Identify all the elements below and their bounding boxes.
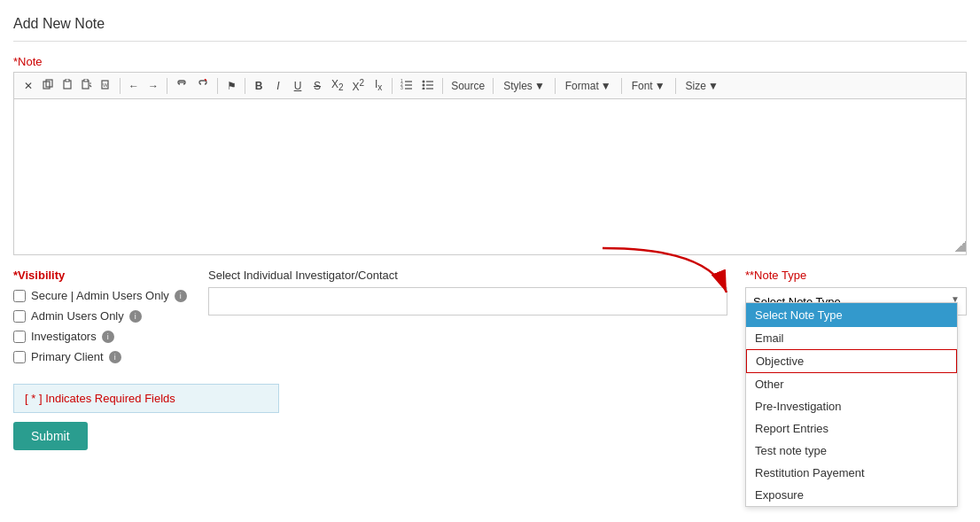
undo-button[interactable]: ← — [125, 78, 143, 94]
paste-text-button[interactable] — [78, 77, 96, 94]
size-dropdown[interactable]: Size ▼ — [681, 78, 724, 94]
remove-format-button[interactable]: Ix — [369, 76, 387, 94]
primary-client-label: Primary Client — [31, 350, 104, 363]
ordered-list-button[interactable]: 123 — [397, 77, 416, 94]
note-type-section: **Note Type Select Note Type Email Objec… — [745, 269, 967, 316]
admin-only-label: Admin Users Only — [31, 309, 124, 323]
underline-button[interactable]: U — [289, 78, 307, 94]
editor-toolbar: ✕ W ← → — [14, 73, 966, 99]
format-dropdown-arrow: ▼ — [601, 80, 611, 92]
secure-admin-label: Secure | Admin Users Only — [31, 289, 169, 302]
dropdown-item-test-note-type[interactable]: Test note type — [746, 440, 957, 462]
required-note: [ * ] Indicates Required Fields — [13, 384, 279, 413]
note-type-label: **Note Type — [745, 269, 967, 282]
cut-button[interactable]: ✕ — [19, 78, 37, 94]
link-button[interactable] — [172, 77, 191, 94]
copy-button[interactable] — [39, 77, 57, 94]
dropdown-item-pre-investigation[interactable]: Pre-Investigation — [746, 395, 957, 417]
admin-only-checkbox[interactable] — [13, 310, 26, 323]
form-row: *Visibility Secure | Admin Users Only i … — [13, 269, 967, 370]
dropdown-item-other[interactable]: Other — [746, 373, 957, 395]
page-title: Add New Note — [13, 9, 967, 42]
toolbar-sep-6 — [442, 78, 443, 94]
submit-button[interactable]: Submit — [13, 422, 88, 450]
font-dropdown[interactable]: Font ▼ — [626, 78, 671, 94]
admin-only-info-icon[interactable]: i — [129, 310, 142, 323]
toolbar-sep-1 — [120, 78, 121, 94]
investigators-label: Investigators — [31, 330, 97, 343]
subscript-button[interactable]: X2 — [328, 76, 347, 94]
flag-button[interactable]: ⚑ — [222, 78, 240, 94]
editor-body[interactable] — [14, 99, 966, 241]
investigators-row: Investigators i — [13, 330, 191, 343]
investigator-label: Select Individual Investigator/Contact — [208, 269, 727, 282]
paste-button[interactable] — [58, 77, 76, 94]
bold-button[interactable]: B — [250, 78, 268, 94]
primary-client-info-icon[interactable]: i — [109, 351, 121, 363]
dropdown-item-exposure[interactable]: Exposure — [746, 484, 957, 506]
svg-text:W: W — [103, 82, 108, 88]
styles-dropdown-arrow: ▼ — [534, 80, 545, 92]
editor-container: ✕ W ← → — [13, 72, 967, 255]
secure-admin-checkbox[interactable] — [13, 290, 26, 302]
toolbar-sep-8 — [555, 78, 556, 94]
svg-point-23 — [423, 88, 425, 90]
dropdown-item-restitution-payment[interactable]: Restitution Payement — [746, 462, 957, 484]
resize-handle[interactable] — [955, 241, 966, 252]
superscript-button[interactable]: X2 — [349, 76, 369, 95]
dropdown-list-header: Select Note Type — [746, 303, 957, 327]
visibility-section: *Visibility Secure | Admin Users Only i … — [13, 269, 191, 370]
styles-dropdown[interactable]: Styles ▼ — [498, 78, 550, 94]
investigators-checkbox[interactable] — [13, 331, 26, 343]
source-button[interactable]: Source — [447, 78, 488, 94]
dropdown-item-email[interactable]: Email — [746, 327, 957, 349]
svg-line-7 — [89, 85, 91, 87]
svg-point-22 — [423, 84, 425, 87]
dropdown-item-objective[interactable]: Objective — [746, 349, 957, 373]
investigator-input[interactable] — [208, 287, 727, 316]
unlink-button[interactable] — [193, 77, 213, 94]
toolbar-sep-9 — [621, 78, 622, 94]
dropdown-item-report-entries[interactable]: Report Entries — [746, 417, 957, 440]
toolbar-sep-7 — [493, 78, 494, 94]
svg-rect-3 — [66, 79, 69, 82]
toolbar-sep-10 — [675, 78, 676, 94]
strikethrough-button[interactable]: S — [308, 78, 326, 94]
paste-word-button[interactable]: W — [97, 77, 115, 94]
svg-rect-5 — [84, 79, 88, 82]
unordered-list-button[interactable] — [418, 77, 438, 94]
investigators-info-icon[interactable]: i — [102, 331, 114, 343]
svg-text:3: 3 — [401, 85, 403, 90]
secure-admin-info-icon[interactable]: i — [175, 290, 187, 302]
investigator-section: Select Individual Investigator/Contact — [208, 269, 727, 316]
note-label: *Note — [13, 55, 967, 68]
svg-point-21 — [423, 81, 425, 83]
toolbar-sep-4 — [245, 78, 245, 94]
page-wrapper: Add New Note *Note ✕ W ← → — [0, 0, 980, 522]
toolbar-sep-5 — [392, 78, 393, 94]
visibility-title: *Visibility — [13, 269, 191, 282]
primary-client-checkbox[interactable] — [13, 351, 26, 363]
toolbar-sep-2 — [167, 78, 167, 94]
size-dropdown-arrow: ▼ — [708, 80, 719, 92]
format-dropdown[interactable]: Format ▼ — [560, 78, 617, 94]
admin-only-row: Admin Users Only i — [13, 309, 191, 323]
secure-admin-row: Secure | Admin Users Only i — [13, 289, 191, 302]
primary-client-row: Primary Client i — [13, 350, 191, 363]
note-type-dropdown-list: Select Note Type Email Objective Other P… — [745, 302, 958, 507]
redo-button[interactable]: → — [144, 78, 162, 94]
editor-resize — [14, 241, 966, 254]
italic-button[interactable]: I — [269, 78, 287, 94]
toolbar-sep-3 — [217, 78, 218, 94]
font-dropdown-arrow: ▼ — [655, 80, 665, 92]
